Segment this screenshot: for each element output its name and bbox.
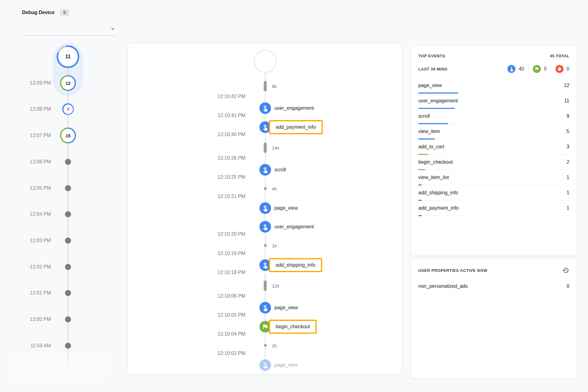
top-event-row[interactable]: add_to_cart3: [418, 139, 569, 154]
counter-divider: [528, 65, 529, 73]
event-timestamp: 12:10:26 PM: [217, 155, 245, 161]
event-timestamp: 12:10:04 PM: [217, 331, 245, 337]
event-stream-card: 8s12:10:42 PMuser_engagement12:10:41 PMa…: [128, 43, 402, 375]
user-properties-title: USER PROPERTIES ACTIVE NOW: [418, 268, 487, 273]
flag-icon: [533, 65, 541, 73]
minute-time-label: 12:09 PM: [18, 80, 51, 86]
top-event-row[interactable]: page_view12: [418, 78, 569, 93]
event-count-bar: [418, 215, 422, 216]
top-event-count: 3: [567, 144, 569, 150]
minute-time-label: 11:59 AM: [18, 343, 51, 348]
touch-event-icon[interactable]: [259, 202, 271, 214]
minute-dot[interactable]: [65, 238, 71, 244]
minute-dot[interactable]: [65, 290, 71, 296]
time-gap-indicator: [264, 280, 267, 291]
minute-dot[interactable]: [65, 369, 71, 375]
top-event-row[interactable]: begin_checkout2: [418, 154, 569, 170]
minute-dot[interactable]: [65, 211, 71, 217]
touch-event-icon[interactable]: [259, 359, 271, 371]
minute-count: 7: [63, 105, 73, 114]
top-event-name: begin_checkout: [418, 159, 453, 165]
time-gap-indicator: [264, 244, 267, 247]
touch-event-icon[interactable]: [259, 102, 271, 114]
minute-time-label: 12:05 PM: [18, 185, 51, 191]
minute-timeline: 1112:09 PM1212:08 PM712:07 PM1512:06 PM1…: [0, 0, 123, 392]
event-timestamp: 12:10:02 PM: [217, 351, 245, 356]
minute-time-label: 12:03 PM: [18, 238, 51, 243]
minute-dot[interactable]: [65, 264, 71, 270]
top-event-count: 11: [564, 98, 569, 104]
top-event-count: 1: [567, 175, 569, 180]
event-timestamp: 12:10:40 PM: [217, 132, 245, 137]
user-property-name: non_personalized_ads: [418, 284, 468, 289]
event-timestamp: 12:10:18 PM: [217, 270, 245, 275]
minute-dot[interactable]: [65, 316, 71, 322]
top-event-row[interactable]: scroll9: [418, 108, 569, 124]
user-property-row: non_personalized_ads0: [418, 278, 569, 294]
highlighted-event-name[interactable]: add_payment_info: [269, 120, 323, 134]
minute-event-count-circle[interactable]: 7: [62, 103, 74, 115]
top-event-count: 1: [567, 205, 569, 211]
top-event-row[interactable]: user_engagement11: [418, 93, 569, 108]
top-events-window-label: LAST 30 MINS: [418, 67, 447, 71]
time-gap-indicator: [264, 187, 267, 190]
top-event-row[interactable]: view_item5: [418, 124, 569, 139]
minute-dot[interactable]: [65, 185, 71, 191]
top-event-name: view_item: [418, 129, 440, 134]
time-gap-indicator: [264, 344, 267, 347]
touch-event-icon[interactable]: [259, 164, 271, 176]
gap-duration-label: 8s: [272, 84, 277, 89]
minute-event-count-circle[interactable]: 11: [57, 45, 79, 68]
event-timestamp: 12:10:42 PM: [217, 94, 245, 99]
event-timestamp: 12:10:21 PM: [217, 194, 245, 199]
top-event-name: scroll: [418, 113, 430, 119]
counter-value: 0: [567, 66, 569, 72]
highlighted-event-name[interactable]: add_shipping_info: [269, 258, 322, 272]
minute-count: 12: [61, 76, 75, 90]
touch-event-icon[interactable]: [259, 221, 271, 233]
minute-count: 11: [58, 47, 78, 67]
minute-time-label: 12:02 PM: [18, 264, 51, 270]
minute-dot[interactable]: [65, 159, 71, 165]
event-name[interactable]: page_view: [274, 305, 298, 310]
counter-value: 40: [518, 66, 524, 72]
top-event-name: view_item_list: [418, 175, 449, 180]
event-name[interactable]: user_engagement: [274, 105, 314, 111]
top-events-title: TOP EVENTS: [418, 54, 445, 58]
top-event-name: add_to_cart: [418, 144, 444, 150]
highlighted-event-name[interactable]: begin_checkout: [269, 320, 317, 334]
top-event-name: page_view: [418, 83, 442, 88]
top-event-row[interactable]: add_payment_info1: [418, 200, 569, 216]
minute-event-count-circle[interactable]: 12: [60, 75, 76, 91]
top-events-panel: TOP EVENTS 45 TOTAL LAST 30 MINS 4050 pa…: [410, 45, 577, 256]
touch-event-icon[interactable]: [259, 302, 271, 314]
event-timestamp: 12:10:20 PM: [217, 231, 245, 237]
event-stream-body: 8s12:10:42 PMuser_engagement12:10:41 PMa…: [128, 44, 402, 374]
minute-event-count-circle[interactable]: 15: [60, 127, 76, 143]
event-name[interactable]: page_view: [274, 362, 298, 368]
gap-duration-label: 12s: [272, 283, 279, 288]
minute-time-label: 11:58 AM: [18, 369, 51, 375]
top-event-name: add_shipping_info: [418, 190, 458, 196]
minute-time-label: 12:08 PM: [18, 106, 51, 112]
event-name[interactable]: scroll: [274, 167, 286, 173]
event-timestamp: 12:10:06 PM: [217, 293, 245, 299]
event-name[interactable]: page_view: [274, 205, 298, 211]
top-event-name: user_engagement: [418, 98, 458, 104]
top-event-count: 5: [567, 129, 569, 134]
event-type-counter: 40: [507, 65, 524, 73]
event-name[interactable]: user_engagement: [274, 224, 314, 230]
current-minute-circle: [254, 50, 277, 73]
top-event-row[interactable]: view_item_list1: [418, 170, 569, 185]
top-events-total: 45 TOTAL: [550, 54, 569, 58]
history-icon[interactable]: [562, 267, 569, 274]
event-type-counter: 5: [533, 65, 547, 73]
time-gap-indicator: [264, 81, 267, 91]
event-timestamp: 12:10:25 PM: [217, 174, 245, 180]
minute-dot[interactable]: [65, 343, 71, 349]
top-event-row[interactable]: add_shipping_info1: [418, 185, 569, 200]
minute-time-label: 12:04 PM: [18, 211, 51, 217]
top-event-count: 1: [567, 190, 569, 196]
user-properties-panel: USER PROPERTIES ACTIVE NOW non_personali…: [410, 258, 577, 379]
gap-duration-label: 1s: [272, 243, 277, 248]
